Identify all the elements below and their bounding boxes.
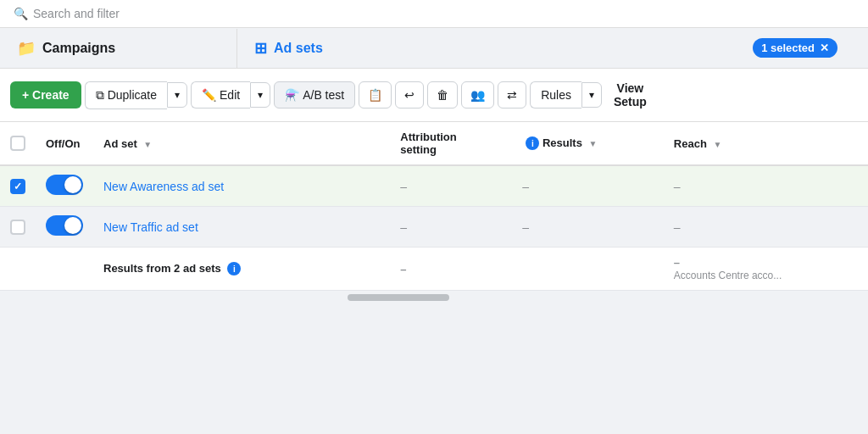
row1-toggle[interactable] xyxy=(46,175,83,195)
duplicate-split-button: ⧉ Duplicate ▾ xyxy=(85,81,187,109)
footer-reach-cell: – Accounts Centre acco... xyxy=(664,248,868,291)
view-setup-label: ViewSetup xyxy=(614,81,647,108)
table-row: New Traffic ad set – – – xyxy=(0,207,868,248)
row2-reach-value: – xyxy=(674,220,681,234)
trash-icon: 🗑 xyxy=(437,88,448,102)
top-bar: 🔍 Search and filter xyxy=(0,0,868,28)
search-filter-area[interactable]: 🔍 Search and filter xyxy=(14,7,120,20)
rules-split-button: Rules ▾ xyxy=(530,81,602,108)
row1-toggle-cell xyxy=(36,165,93,207)
footer-empty-cell xyxy=(0,248,93,291)
duplicate-dropdown-button[interactable]: ▾ xyxy=(167,82,187,108)
clipboard-icon: 📋 xyxy=(368,88,382,102)
results-footer-row: Results from 2 ad sets i – – Accounts Ce… xyxy=(0,248,868,291)
export-icon: ⇄ xyxy=(507,88,517,102)
row2-attribution-cell: – xyxy=(390,207,512,248)
header-results-label: Results xyxy=(542,136,582,149)
row1-attribution-cell: – xyxy=(390,165,512,207)
footer-results-cell xyxy=(512,248,664,291)
duplicate-button[interactable]: ⧉ Duplicate xyxy=(85,81,167,109)
search-filter-label: Search and filter xyxy=(33,7,120,20)
table-row: New Awareness ad set – – – xyxy=(0,165,868,207)
close-selected-icon[interactable]: ✕ xyxy=(820,42,829,54)
footer-label-cell: Results from 2 ad sets i xyxy=(93,248,390,291)
header-results[interactable]: i Results ▼ xyxy=(512,122,664,165)
row2-checkbox-cell xyxy=(0,207,36,248)
footer-info-icon[interactable]: i xyxy=(227,262,241,275)
row1-attribution-value: – xyxy=(400,180,407,193)
table-container: Off/On Ad set ▼ Attributionsetting i Res… xyxy=(0,122,868,291)
edit-split-button: ✏️ Edit ▾ xyxy=(191,81,270,108)
row1-results-value: – xyxy=(522,180,529,193)
create-button[interactable]: + Create xyxy=(10,81,81,108)
campaigns-panel[interactable]: 📁 Campaigns xyxy=(0,29,237,68)
row1-checkbox-cell xyxy=(0,165,36,207)
edit-label: Edit xyxy=(220,88,240,102)
view-setup-button[interactable]: ViewSetup xyxy=(605,75,655,114)
footer-attribution-cell: – xyxy=(390,248,512,291)
header-offon[interactable]: Off/On xyxy=(36,122,93,165)
header-attribution-label: Attributionsetting xyxy=(400,131,456,156)
duplicate-icon: ⧉ xyxy=(96,88,104,103)
export-button[interactable]: ⇄ xyxy=(498,81,526,108)
delete-button[interactable]: 🗑 xyxy=(427,81,458,108)
people-button[interactable]: 👥 xyxy=(461,81,494,108)
table-header-row: Off/On Ad set ▼ Attributionsetting i Res… xyxy=(0,122,868,165)
people-icon: 👥 xyxy=(470,88,485,102)
rules-dropdown-button[interactable]: ▾ xyxy=(581,82,602,108)
row1-adset-cell: New Awareness ad set xyxy=(93,165,390,207)
rules-label: Rules xyxy=(541,88,571,102)
adsets-table: Off/On Ad set ▼ Attributionsetting i Res… xyxy=(0,122,868,291)
header-adset[interactable]: Ad set ▼ xyxy=(93,122,390,165)
edit-icon: ✏️ xyxy=(202,88,216,102)
row1-checkbox[interactable] xyxy=(10,179,25,194)
selected-badge-text: 1 selected xyxy=(761,42,815,54)
header-offon-label: Off/On xyxy=(46,137,80,150)
panel-header: 📁 Campaigns ⊞ Ad sets 1 selected ✕ xyxy=(0,28,868,69)
row2-results-cell: – xyxy=(512,207,664,248)
row2-toggle-cell xyxy=(36,207,93,248)
horizontal-scrollbar-thumb[interactable] xyxy=(348,294,449,301)
row1-reach-cell: – xyxy=(664,165,868,207)
row1-adset-link[interactable]: New Awareness ad set xyxy=(103,180,224,193)
undo-icon: ↩ xyxy=(404,88,415,102)
grid-icon: ⊞ xyxy=(254,39,267,58)
header-checkbox-cell xyxy=(0,122,36,165)
results-sort-icon: ▼ xyxy=(589,139,598,148)
row2-toggle[interactable] xyxy=(46,215,83,236)
row2-adset-link[interactable]: New Traffic ad set xyxy=(103,220,198,234)
accounts-centre-note: Accounts Centre acco... xyxy=(674,270,782,281)
row2-adset-cell: New Traffic ad set xyxy=(93,207,390,248)
undo-button[interactable]: ↩ xyxy=(395,81,424,108)
duplicate-label: Duplicate xyxy=(108,88,157,102)
footer-label: Results from 2 ad sets xyxy=(103,262,221,275)
scroll-bar-area[interactable] xyxy=(0,291,868,304)
ab-test-button[interactable]: ⚗️ A/B test xyxy=(274,81,355,108)
search-icon: 🔍 xyxy=(14,7,28,20)
header-adset-label: Ad set xyxy=(103,137,137,150)
header-attribution: Attributionsetting xyxy=(390,122,512,165)
reach-sort-icon: ▼ xyxy=(714,140,722,149)
ab-test-label: A/B test xyxy=(303,88,344,102)
rules-button[interactable]: Rules xyxy=(530,81,581,108)
header-reach-label: Reach xyxy=(674,137,707,150)
adsets-panel[interactable]: ⊞ Ad sets 1 selected ✕ xyxy=(237,28,868,68)
row2-attribution-value: – xyxy=(400,220,407,234)
chevron-down-icon: ▾ xyxy=(175,89,180,101)
clipboard-button[interactable]: 📋 xyxy=(359,81,392,108)
row2-checkbox[interactable] xyxy=(10,220,25,235)
info-results-icon[interactable]: i xyxy=(526,136,539,150)
folder-icon: 📁 xyxy=(17,39,36,58)
row2-results-value: – xyxy=(522,220,529,234)
footer-attribution-value: – xyxy=(400,263,406,275)
footer-reach-value: – xyxy=(674,256,680,269)
header-reach[interactable]: Reach ▼ xyxy=(664,122,868,165)
edit-dropdown-button[interactable]: ▾ xyxy=(250,82,270,108)
chevron-down-edit-icon: ▾ xyxy=(258,89,263,101)
selected-badge: 1 selected ✕ xyxy=(753,38,837,58)
edit-button[interactable]: ✏️ Edit xyxy=(191,81,250,108)
select-all-checkbox[interactable] xyxy=(10,136,25,151)
toolbar: + Create ⧉ Duplicate ▾ ✏️ Edit ▾ ⚗️ A/B … xyxy=(0,69,868,122)
flask-icon: ⚗️ xyxy=(285,88,299,102)
row1-results-cell: – xyxy=(512,165,664,207)
